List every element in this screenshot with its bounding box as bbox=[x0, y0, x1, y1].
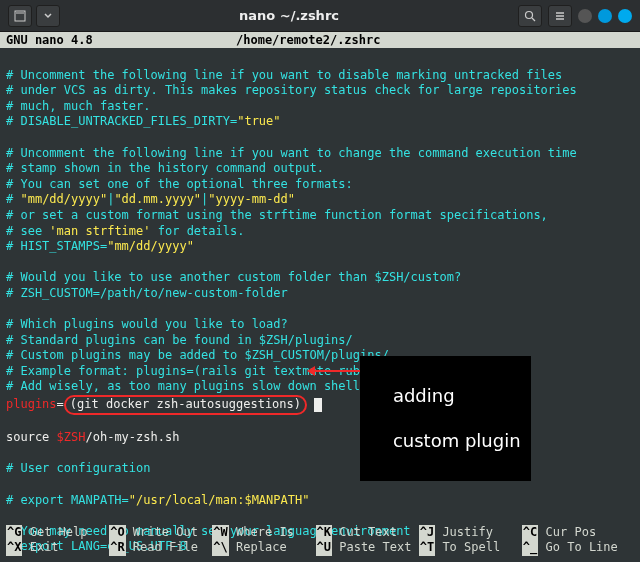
shortcut-key: ^T bbox=[419, 540, 435, 556]
shortcut-key: ^_ bbox=[522, 540, 538, 556]
code-line: # stamp shown in the history command out… bbox=[6, 161, 324, 175]
code-line: "yyyy-mm-dd" bbox=[208, 192, 295, 206]
code-line: 'man strftime' bbox=[49, 224, 150, 238]
code-line: "true" bbox=[237, 114, 280, 128]
plugins-keyword: plugins bbox=[6, 397, 57, 411]
annotation-text-1: adding bbox=[393, 385, 455, 406]
search-icon bbox=[524, 10, 536, 22]
code-line: # DISABLE_UNTRACKED_FILES_DIRTY= bbox=[6, 114, 237, 128]
nano-status-bar: GNU nano 4.8 /home/remote2/.zshrc bbox=[0, 32, 640, 48]
shortcut-label: Exit bbox=[30, 540, 109, 554]
code-line: "dd.mm.yyyy" bbox=[114, 192, 201, 206]
menu-button[interactable] bbox=[548, 5, 572, 27]
annotation-text-2: custom plugin bbox=[393, 430, 521, 451]
shortcut-key: ^J bbox=[419, 525, 435, 541]
annotation-box: adding custom plugin bbox=[360, 356, 531, 481]
code-line: # Uncomment the following line if you wa… bbox=[6, 146, 577, 160]
code-line: # Uncomment the following line if you wa… bbox=[6, 68, 562, 82]
shortcut-label: Paste Text bbox=[339, 540, 418, 554]
code-line: /oh-my-zsh.sh bbox=[85, 430, 179, 444]
shortcut-label: Replace bbox=[236, 540, 315, 554]
code-line: # see bbox=[6, 224, 49, 238]
window-minimize-button[interactable] bbox=[578, 9, 592, 23]
new-tab-button[interactable] bbox=[8, 5, 32, 27]
code-line: # export MANPATH= bbox=[6, 493, 129, 507]
shortcut-key: ^X bbox=[6, 540, 22, 556]
shortcut-label: Cur Pos bbox=[546, 525, 625, 539]
window-maximize-button[interactable] bbox=[598, 9, 612, 23]
nano-shortcut-bar: ^G Get Help ^O Write Out ^W Where Is ^K … bbox=[0, 525, 640, 562]
shortcut-key: ^C bbox=[522, 525, 538, 541]
plugins-value: (git docker zsh-autosuggestions) bbox=[70, 397, 301, 411]
shortcut-label: Write Out bbox=[133, 525, 212, 539]
shortcut-label: To Spell bbox=[442, 540, 521, 554]
shortcut-key: ^W bbox=[212, 525, 228, 541]
chevron-down-icon bbox=[43, 11, 53, 21]
shortcut-label: Read File bbox=[133, 540, 212, 554]
shortcut-label: Where Is bbox=[236, 525, 315, 539]
shortcut-key: ^G bbox=[6, 525, 22, 541]
editor-viewport[interactable]: # Uncomment the following line if you wa… bbox=[0, 48, 640, 562]
hamburger-icon bbox=[554, 10, 566, 22]
code-line: # under VCS as dirty. This makes reposit… bbox=[6, 83, 577, 97]
code-line: # User configuration bbox=[6, 461, 151, 475]
code-line: # Standard plugins can be found in $ZSH/… bbox=[6, 333, 353, 347]
eq-sign: = bbox=[57, 397, 64, 411]
shortcut-key: ^\ bbox=[212, 540, 228, 556]
code-line: # Which plugins would you like to load? bbox=[6, 317, 288, 331]
shortcut-label: Cut Text bbox=[339, 525, 418, 539]
code-line: # much, much faster. bbox=[6, 99, 151, 113]
window-titlebar: nano ~/.zshrc bbox=[0, 0, 640, 32]
titlebar-left-controls bbox=[8, 5, 60, 27]
terminal-icon bbox=[14, 10, 26, 22]
annotation-arrow bbox=[310, 370, 360, 372]
code-line: for details. bbox=[151, 224, 245, 238]
shortcut-key: ^K bbox=[316, 525, 332, 541]
window-close-button[interactable] bbox=[618, 9, 632, 23]
code-line: # You can set one of the optional three … bbox=[6, 177, 353, 191]
shortcut-label: Justify bbox=[442, 525, 521, 539]
titlebar-dropdown-button[interactable] bbox=[36, 5, 60, 27]
shortcut-key: ^U bbox=[316, 540, 332, 556]
plugins-value-highlight: (git docker zsh-autosuggestions) bbox=[64, 395, 307, 415]
shortcut-key: ^R bbox=[109, 540, 125, 556]
code-line: # HIST_STAMPS= bbox=[6, 239, 107, 253]
nano-file-path: /home/remote2/.zshrc bbox=[236, 33, 381, 47]
code-line: # Custom plugins may be added to $ZSH_CU… bbox=[6, 348, 389, 362]
code-line: "/usr/local/man:$MANPATH" bbox=[129, 493, 310, 507]
nano-app-name: GNU nano 4.8 bbox=[6, 33, 236, 47]
svg-point-1 bbox=[526, 11, 533, 18]
titlebar-right-controls bbox=[518, 5, 632, 27]
shortcut-label: Get Help bbox=[30, 525, 109, 539]
code-line: "mm/dd/yyyy" bbox=[20, 192, 107, 206]
text-cursor bbox=[314, 398, 322, 412]
code-line: $ZSH bbox=[57, 430, 86, 444]
shortcut-label: Go To Line bbox=[546, 540, 625, 554]
code-line: # ZSH_CUSTOM=/path/to/new-custom-folder bbox=[6, 286, 288, 300]
shortcut-key: ^O bbox=[109, 525, 125, 541]
code-line: # Would you like to use another custom f… bbox=[6, 270, 461, 284]
code-line: # or set a custom format using the strft… bbox=[6, 208, 548, 222]
code-line: # bbox=[6, 192, 20, 206]
search-button[interactable] bbox=[518, 5, 542, 27]
code-line: "mm/dd/yyyy" bbox=[107, 239, 194, 253]
code-line: source bbox=[6, 430, 57, 444]
window-title: nano ~/.zshrc bbox=[60, 8, 518, 23]
